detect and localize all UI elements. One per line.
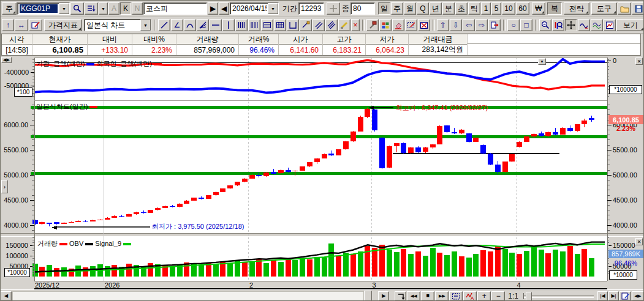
date-combo[interactable]: 2026/04/15▼ (230, 2, 279, 15)
view-button[interactable]: 보기 (616, 19, 644, 31)
move-down-button[interactable]: ⇩ (450, 19, 462, 31)
symbol-code-combo-arrow[interactable]: ▼ (59, 3, 69, 14)
marker-pen-tool[interactable] (338, 19, 350, 31)
flow-pane-dropdown-button[interactable]: ▼ (538, 58, 546, 65)
row-grid-tool[interactable] (261, 19, 273, 31)
fit-chart-button[interactable] (327, 2, 340, 15)
date-combo-arrow[interactable]: ▼ (268, 3, 278, 14)
go-last-button[interactable]: ▶| (608, 291, 619, 301)
draw-settings-tool[interactable] (366, 19, 379, 31)
open-chart-button[interactable] (618, 2, 631, 15)
market-n-button[interactable]: N (132, 2, 143, 15)
symbol-name-input[interactable]: 코스피 (143, 2, 207, 15)
zoom-out-button[interactable]: − (491, 291, 505, 301)
chart-area[interactable]: 6000.006000.005500.005500.005000.005000.… (1, 56, 644, 289)
chart-type-combo[interactable]: 일본식 차트▼ (84, 19, 151, 31)
fan-line-tool[interactable] (197, 19, 209, 31)
interval-week-button[interactable]: 주 (391, 2, 403, 15)
exit-tool[interactable] (488, 19, 501, 31)
column-grid-tool[interactable] (274, 19, 286, 31)
interval-year-button[interactable]: 년 (430, 2, 442, 15)
trendline-tool[interactable] (158, 19, 170, 31)
chart-edit-button[interactable] (29, 19, 42, 31)
move-left-button[interactable]: ⇦ (463, 19, 475, 31)
hscrollbar-thumb[interactable] (364, 291, 372, 301)
chart-type-combo-arrow[interactable]: ▼ (140, 20, 151, 31)
tools-button[interactable]: 도구 (591, 2, 617, 15)
dense-lines-tool[interactable] (248, 19, 260, 31)
color-palette-tool[interactable] (379, 19, 392, 31)
rotate-view-button[interactable] (395, 291, 406, 301)
channel-tool[interactable] (287, 19, 299, 31)
left-panel-expander-button[interactable]: › (1, 180, 8, 193)
market-a-button[interactable]: A (108, 2, 119, 15)
symbol-code-combo[interactable]: KGG01P▼ (17, 2, 70, 15)
zoom-in-button[interactable]: + (477, 291, 491, 301)
scroll-up-button[interactable]: ↑ (2, 19, 14, 31)
next-symbol-button[interactable]: ▶ (208, 2, 218, 15)
horizontal-line-tool[interactable] (210, 19, 222, 31)
period-type-button[interactable]: 주 (2, 2, 17, 15)
candle-count-input[interactable]: 80 (350, 2, 375, 15)
currency-button[interactable]: ₩ (532, 2, 545, 15)
prev-symbol-button[interactable]: ◀ (219, 2, 229, 15)
rectangle-tool[interactable]: □ (520, 19, 532, 31)
interval-5-button[interactable]: 5 (491, 2, 501, 15)
grid-lines-tool[interactable] (235, 19, 248, 31)
symbol-search-button[interactable] (70, 2, 84, 15)
wave-line-tool[interactable] (578, 19, 590, 31)
interval-10-button[interactable]: 10 (502, 2, 515, 15)
parallel-lines-tool[interactable] (313, 19, 325, 31)
expand-horizontal-button[interactable]: ↔ (15, 19, 28, 31)
interval-1-button[interactable]: 1 (481, 2, 491, 15)
clear-all-tool[interactable] (418, 19, 430, 31)
arc-tool[interactable] (184, 19, 196, 31)
interval-minute-button[interactable]: 분 (442, 2, 455, 15)
period-count-input[interactable]: 12293 (298, 2, 324, 15)
symbol-list-button[interactable] (85, 2, 98, 15)
save-chart-button[interactable] (632, 2, 644, 15)
interval-tick-button[interactable]: 틱 (468, 2, 480, 15)
delete-line-tool[interactable]: × (351, 19, 360, 31)
zoom-slider[interactable] (523, 291, 594, 301)
interval-quarter-button[interactable]: Q (417, 2, 429, 15)
flow-pane-close-button[interactable]: ✕ (635, 58, 643, 65)
interval-60-button[interactable]: 60 (516, 2, 529, 15)
auto-scroll-button[interactable] (449, 291, 463, 301)
ellipse-tool[interactable]: ○ (507, 19, 520, 31)
pane-pager-button[interactable]: ◀▶ (1, 57, 12, 63)
volume-pane-close-button[interactable]: ✕ (635, 238, 643, 245)
zoom-out-tool[interactable] (539, 19, 551, 31)
edit-mode-button[interactable] (619, 291, 631, 301)
vertical-line-tool[interactable] (222, 19, 235, 31)
zoom-candle-tool[interactable] (552, 19, 564, 31)
pan-lr-button[interactable]: ◀▶ (632, 291, 644, 301)
angle-line-tool[interactable]: ∠ (171, 19, 183, 31)
eraser-tool[interactable] (392, 19, 404, 31)
parallel-lines3-tool[interactable] (325, 19, 338, 31)
restore-button[interactable]: 복 (547, 2, 562, 15)
move-up-button[interactable]: ⇧ (437, 19, 449, 31)
area-zoom-button[interactable]: A (463, 291, 477, 301)
mini-chart-tool[interactable] (604, 19, 616, 31)
go-first-button[interactable]: |◀ (597, 291, 608, 301)
interval-day-button[interactable]: 일 (378, 2, 390, 15)
hscroll-right-button[interactable]: ▶ (378, 291, 389, 301)
scroll-fast-right-button[interactable]: ▶▶ (435, 291, 449, 301)
price-indicator-button[interactable]: 가격지표 (44, 19, 82, 31)
pencil-line-tool[interactable] (300, 19, 312, 31)
play-stop-button[interactable]: ■ (421, 291, 434, 301)
pan-tool[interactable] (565, 19, 577, 31)
chart-canvas[interactable]: 6000.006000.005500.005500.005000.005000.… (1, 56, 644, 289)
zoom-slider-handle[interactable] (526, 292, 532, 301)
move-right-button[interactable]: ⇨ (475, 19, 488, 31)
wave-area-tool[interactable] (591, 19, 603, 31)
market-k-button[interactable]: K (120, 2, 131, 15)
interval-month-button[interactable]: 월 (404, 2, 416, 15)
symbol-list-dropdown[interactable]: ▼ (99, 2, 108, 15)
scroll-fast-left-button[interactable]: ◀◀ (407, 291, 420, 301)
interval-second-button[interactable]: 초 (455, 2, 468, 15)
select-edit-tool[interactable] (405, 19, 417, 31)
hscroll-left-button[interactable]: ◀ (1, 291, 12, 301)
strategy-button[interactable]: 전략 (564, 2, 589, 15)
